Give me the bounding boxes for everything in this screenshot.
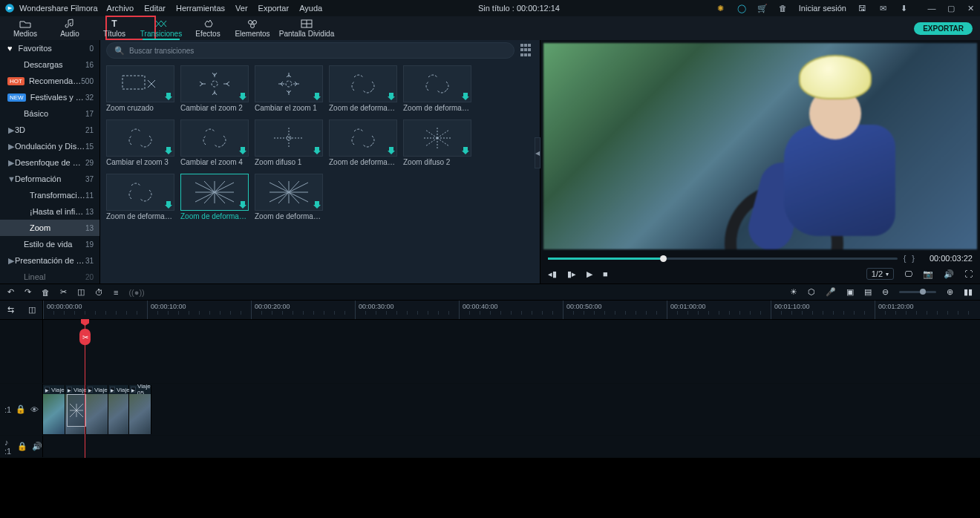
transition-thumb[interactable]: Zoom de deformació... [106, 174, 174, 220]
menu-editar[interactable]: Editar [144, 4, 166, 13]
timeline-clip[interactable]: ▶Viaje [86, 385, 108, 434]
mark-in-icon[interactable]: { [904, 254, 906, 263]
video-track-1[interactable]: :1 🔒 👁 ▶Viaje▶Viaje▶Viaje▶Viaje▶Viaje 05 [0, 384, 980, 436]
sidebar-item[interactable]: Estilo de vida19 [0, 236, 99, 252]
transition-thumb[interactable]: Zoom cruzado [106, 65, 174, 112]
timeline-ruler[interactable]: ⇆ ◫ 00:00:00:0000:00:10:0000:00:20:0000:… [0, 301, 980, 320]
tab-titulos[interactable]: T Títulos [92, 16, 137, 40]
mixer-icon[interactable]: ☀ [790, 287, 797, 297]
next-frame-icon[interactable]: ▮▸ [567, 269, 576, 279]
timeline-clip[interactable]: ▶Viaje 05 [129, 385, 151, 434]
tab-efectos[interactable]: Efectos [186, 16, 230, 40]
sidebar-item[interactable]: ¡Hasta el infinito!13 [0, 203, 99, 220]
sidebar-item[interactable]: HOTRecomendado500 [0, 73, 99, 89]
timeline-clip[interactable]: ▶Viaje [108, 385, 129, 434]
maximize-icon[interactable]: ▢ [946, 3, 956, 13]
sidebar-item[interactable]: NEWFestivales y Eventos32 [0, 89, 99, 105]
render-icon[interactable]: ▣ [846, 287, 854, 297]
playhead-scissors-icon[interactable]: ✂ [79, 329, 91, 345]
tab-audio[interactable]: Audio [48, 16, 92, 40]
mute-icon[interactable]: 🔊 [32, 442, 42, 451]
preview-scrubber[interactable]: { } 00:00:03:22 [540, 252, 980, 264]
sidebar-item[interactable]: Descargas16 [0, 56, 99, 73]
view-toggle-icon[interactable] [520, 44, 534, 57]
voiceover-icon[interactable]: ((●)) [128, 288, 144, 297]
redo-icon[interactable]: ↷ [24, 287, 31, 297]
menu-archivo[interactable]: Archivo [107, 4, 134, 13]
stop-icon[interactable]: ■ [603, 269, 608, 279]
export-button[interactable]: EXPORTAR [914, 22, 973, 35]
sidebar-item[interactable]: Lineal20 [0, 269, 99, 283]
collapse-handle[interactable]: ◀ [535, 137, 540, 168]
lock-icon[interactable]: 🔒 [16, 404, 26, 414]
snapshot-icon[interactable]: 📷 [923, 269, 933, 279]
transition-thumb[interactable]: Zoom de deformació... [180, 174, 249, 220]
zoom-slider[interactable] [899, 291, 936, 293]
audio-track-1[interactable]: ♪ :1 🔒 🔊 [0, 436, 980, 458]
adjust-icon[interactable]: ≡ [114, 288, 118, 297]
menu-exportar[interactable]: Exportar [258, 4, 290, 13]
login-button[interactable]: Iniciar sesión [799, 4, 846, 13]
sidebar-item[interactable]: ▶Presentación de Diapositivas31 [0, 252, 99, 269]
transition-thumb[interactable]: Zoom de deformació... [329, 119, 397, 166]
menu-herramientas[interactable]: Herramientas [176, 4, 225, 13]
sidebar-item[interactable]: Básico17 [0, 105, 99, 122]
sidebar-item[interactable]: Transformación11 [0, 187, 99, 203]
transition-thumb[interactable]: Cambiar el zoom 3 [106, 119, 174, 166]
save-icon[interactable]: 🖫 [857, 3, 867, 13]
quality-icon[interactable]: 🖵 [904, 269, 912, 278]
transition-thumb[interactable]: Cambiar el zoom 1 [255, 65, 323, 112]
sidebar-item[interactable]: Zoom13 [0, 220, 99, 236]
eye-icon[interactable]: 👁 [30, 405, 39, 414]
download-icon[interactable]: ⬇ [898, 3, 909, 13]
trash-icon[interactable]: 🗑 [42, 288, 50, 297]
transition-thumb[interactable]: Zoom difuso 1 [255, 119, 323, 166]
undo-icon[interactable]: ↶ [7, 287, 14, 297]
zoom-in-icon[interactable]: ⊕ [947, 287, 953, 297]
transition-thumb[interactable]: Zoom difuso 2 [403, 119, 471, 166]
volume-icon[interactable]: 🔊 [944, 269, 954, 279]
transition-on-clip[interactable] [67, 394, 86, 427]
cart-icon[interactable]: 🛒 [757, 3, 768, 13]
timeline-clip[interactable]: ▶Viaje [43, 385, 65, 434]
trash-icon[interactable]: 🗑 [778, 3, 788, 13]
menu-ver[interactable]: Ver [235, 4, 248, 13]
sidebar-item[interactable]: ▶3D21 [0, 122, 99, 138]
tab-medios[interactable]: Medios [3, 16, 48, 40]
transition-thumb[interactable]: Cambiar el zoom 2 [180, 65, 249, 112]
preview-zoom-select[interactable]: 1/2▾ [866, 268, 894, 280]
transition-thumb[interactable]: Zoom de deformació... [403, 65, 471, 112]
tab-transiciones[interactable]: Transiciones [137, 16, 186, 40]
tab-pantalla[interactable]: Pantalla Dividida [275, 16, 339, 40]
lock-icon[interactable]: 🔒 [17, 442, 27, 451]
close-icon[interactable]: ✕ [965, 3, 976, 13]
crop-icon[interactable]: ◫ [77, 287, 85, 297]
sidebar-item[interactable]: ▼Deformación37 [0, 171, 99, 187]
menu-ayuda[interactable]: Ayuda [299, 4, 322, 13]
headset-icon[interactable]: ◯ [736, 3, 747, 13]
preview-canvas[interactable] [543, 43, 977, 249]
zoom-out-icon[interactable]: ⊖ [882, 287, 889, 297]
speed-icon[interactable]: ⏱ [95, 288, 103, 297]
mic-icon[interactable]: 🎤 [826, 287, 836, 297]
tracks-icon[interactable]: ▤ [864, 287, 872, 297]
search-input[interactable]: 🔍 Buscar transiciones [106, 42, 514, 59]
sidebar-item[interactable]: ▶Desenfoque de Velocidad29 [0, 154, 99, 171]
tab-elementos[interactable]: Elementos [230, 16, 275, 40]
minimize-icon[interactable]: — [927, 3, 937, 13]
transition-thumb[interactable]: Zoom de deformació... [255, 174, 323, 220]
ripple-icon[interactable]: ⇆ [7, 305, 14, 315]
transition-thumb[interactable]: Zoom de deformació... [329, 65, 397, 112]
beautify-icon[interactable]: ✺ [716, 3, 726, 13]
mark-out-icon[interactable]: } [912, 254, 915, 263]
fullscreen-icon[interactable]: ⛶ [964, 269, 973, 278]
sidebar-item[interactable]: ♥Favoritos0 [0, 40, 99, 56]
fit-icon[interactable]: ▮▮ [964, 287, 973, 297]
play-icon[interactable]: ▶ [587, 269, 592, 279]
marker-filter-icon[interactable]: ⬡ [808, 287, 815, 297]
sidebar-item[interactable]: ▶Ondulación y Disolución15 [0, 138, 99, 154]
mail-icon[interactable]: ✉ [878, 3, 888, 13]
split-icon[interactable]: ✂ [60, 287, 67, 297]
prev-frame-icon[interactable]: ◂▮ [548, 269, 557, 279]
snap-icon[interactable]: ◫ [28, 305, 36, 315]
